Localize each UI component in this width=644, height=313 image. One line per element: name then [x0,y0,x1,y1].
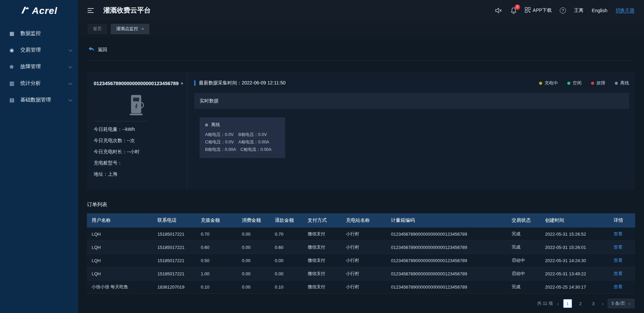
device-divider [95,121,149,121]
device-info-panel: 0123456789000000000000123456789 [87,72,187,190]
view-detail-link[interactable]: 查看 [613,258,622,263]
realtime-status-card: 离线 A相电压：0.0V B相电压：0.0V C相电压：0.0V A相电流：0.… [200,117,285,158]
cell-phone: 15185017221 [153,254,196,267]
view-detail-link[interactable]: 查看 [613,231,622,236]
menu-item-label: 统计分析 [20,80,69,86]
col-box: 计量箱编码 [386,213,507,228]
cell-status: 完成 [507,228,540,241]
col-phone: 联系电话 [153,213,196,228]
content: 返回 0123456789000000000000123456789 [78,37,644,313]
device-stat-line: 今日充电次数：--次 [94,137,180,144]
collapse-menu-icon[interactable] [88,7,94,14]
main-column: 灌溉收费云平台 0 [78,0,644,313]
cell-created: 2022-05-31 14:24:30 [540,254,609,267]
charging-pile-icon [126,94,148,116]
latest-data-time-label: 最新数据采集时间：2022-06-09 12:11:50 [199,80,286,86]
col-pay: 支付方式 [303,213,341,228]
cell-consume: 0.00 [237,241,270,254]
view-detail-link[interactable]: 查看 [613,284,622,289]
sidebar-menu: ▦ 数据监控 ◉ 交易管理 ⊗ 故障管理 ▥ [0,25,78,108]
phase-data-line: A相电压：0.0V B相电压：0.0V [205,131,280,138]
sidebar-menu-item[interactable]: ▤ 基础数据管理 [0,92,78,108]
device-code: 0123456789000000000000123456789 [94,81,180,86]
cell-station: 小行村 [341,280,386,294]
cell-station: 小行村 [341,254,386,267]
view-detail-link[interactable]: 查看 [613,271,622,276]
menu-item-icon: ▤ [10,97,16,103]
tab-home-label: 首页 [93,26,102,32]
legend-item: 离线 [615,80,629,86]
back-button[interactable]: 返回 [88,46,107,53]
cell-refund: 0.00 [270,254,303,267]
username[interactable]: 王离 [574,7,584,14]
prev-page-icon[interactable]: ‹ [557,301,559,307]
cell-pay: 微信支付 [303,280,341,294]
cell-refund: 0.60 [270,241,303,254]
cell-box: 0123456789000000000000123456789 [386,241,507,254]
chevron-down-icon [69,47,72,51]
cell-detail: 查看 [609,228,635,241]
menu-item-icon: ⊗ [10,64,16,70]
close-tab-icon[interactable]: × [141,26,144,32]
status-legend: 充电中 空闲 故障 [539,80,629,86]
cell-created: 2022-05-25 14:30:17 [540,280,609,294]
tab-bar: 首页 灌溉点监控 × [78,21,644,37]
chevron-down-icon [69,81,72,84]
cell-status: 完成 [507,241,540,254]
page-size-select[interactable]: 5 条/页 ∨ [608,299,634,308]
sidebar-menu-item[interactable]: ▦ 数据监控 [0,25,78,42]
switch-theme-link[interactable]: 切换主题 [615,7,634,14]
pagination: 共 11 项 ‹ 1 2 3 › 5 条/页 ∨ [88,299,634,308]
notification-bell-icon[interactable]: 0 [511,7,517,14]
table-row: LQH 15185017221 0.60 0.00 0.60 微信支付 小行村 … [87,241,635,254]
cell-detail: 查看 [609,280,635,294]
menu-item-label: 交易管理 [20,47,69,53]
language-switch[interactable]: English [592,8,607,13]
menu-item-icon: ▥ [10,80,16,86]
device-code-text: 0123456789000000000000123456789 [94,81,179,86]
cell-detail: 查看 [609,254,635,267]
device-stat-line: 充电桩型号： [94,160,180,166]
cell-user: LQH [87,241,153,254]
page-button-2[interactable]: 2 [576,299,585,308]
tab-home[interactable]: 首页 [88,24,107,34]
legend-label: 离线 [620,80,629,86]
cell-pay: 微信支付 [303,228,341,241]
help-icon[interactable]: ? [560,7,566,14]
orders-title: 订单列表 [87,201,635,208]
mute-icon[interactable] [495,7,502,14]
device-status-dot [181,82,183,84]
legend-dot-icon [539,82,542,85]
sidebar-menu-item[interactable]: ▥ 统计分析 [0,75,78,92]
app-download-label: APP下载 [533,7,552,14]
page-button-1[interactable]: 1 [563,299,572,308]
next-page-icon[interactable]: › [602,301,604,307]
cell-refund: 0.00 [270,267,303,280]
cell-box: 0123456789000000000000123456789 [386,228,507,241]
sidebar-menu-item[interactable]: ◉ 交易管理 [0,42,78,58]
notification-badge: 0 [515,4,520,10]
cell-pay: 微信支付 [303,254,341,267]
view-detail-link[interactable]: 查看 [613,244,622,250]
phase-data-line: B相电流：0.00A C相电流：0.00A [205,146,280,153]
cell-consume: 0.00 [237,228,270,241]
cell-user: LQH [87,254,153,267]
cell-status: 完成 [507,280,540,294]
cell-phone: 15185017221 [153,267,196,280]
table-row: LQH 15185017221 0.50 0.00 0.00 微信支付 小行村 … [87,254,635,267]
cell-consume: 0.00 [237,267,270,280]
sidebar-menu-item[interactable]: ⊗ 故障管理 [0,58,78,75]
table-header-row: 用户名称 联系电话 充值金额 消费金额 退款金额 支付方式 充电站名称 计量箱编… [87,213,635,228]
app-download-button[interactable]: APP下载 [525,7,552,14]
tab-irrigation-monitor[interactable]: 灌溉点监控 × [111,24,149,34]
cell-detail: 查看 [609,241,635,254]
back-arrow-icon [88,46,95,53]
back-row: 返回 [87,37,635,61]
cell-status: 启动中 [507,267,540,280]
device-stat-line: 今日耗电量：--kWh [94,126,180,133]
menu-item-icon: ▦ [10,31,16,37]
page-button-3[interactable]: 3 [589,299,598,308]
cell-user: LQH [87,267,153,280]
phase-data-line: C相电压：0.0V A相电流：0.00A [205,138,280,146]
realtime-panel: 最新数据采集时间：2022-06-09 12:11:50 充电中 [187,72,635,190]
